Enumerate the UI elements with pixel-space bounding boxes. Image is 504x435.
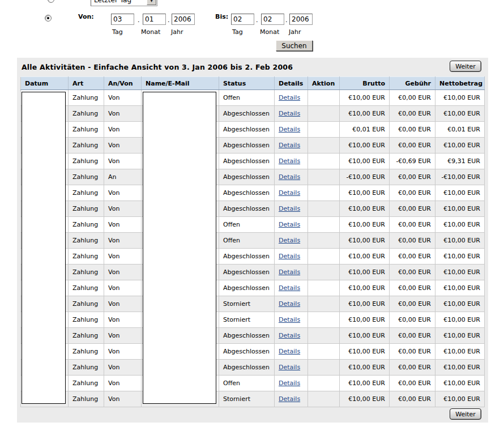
gebuehr-cell: €0,00 EUR xyxy=(390,217,435,233)
details-link[interactable]: Details xyxy=(279,253,300,260)
brutto-cell: €0,01 EUR xyxy=(340,122,390,138)
aktion-cell xyxy=(308,138,340,153)
art-cell: Zahlung xyxy=(69,265,104,280)
gebuehr-cell: €0,00 EUR xyxy=(390,391,435,407)
details-link[interactable]: Details xyxy=(279,300,300,308)
period-radio[interactable] xyxy=(48,0,54,3)
details-cell: Details xyxy=(275,391,308,407)
aktion-cell xyxy=(308,391,340,407)
details-cell: Details xyxy=(275,122,308,138)
aktion-cell xyxy=(308,360,340,376)
details-link[interactable]: Details xyxy=(279,395,300,403)
period-dropdown[interactable]: Letzter Tag ▼ xyxy=(91,0,157,6)
gebuehr-cell: €0,00 EUR xyxy=(390,280,435,296)
details-cell: Details xyxy=(275,185,308,201)
aktion-cell xyxy=(308,185,340,201)
an-von-cell: Von xyxy=(104,328,142,344)
details-link[interactable]: Details xyxy=(279,126,300,133)
art-cell: Zahlung xyxy=(69,376,104,391)
col-header-nettobetrag: Nettobetrag xyxy=(435,77,485,90)
details-cell: Details xyxy=(275,296,308,312)
gebuehr-cell: €0,00 EUR xyxy=(390,201,435,217)
brutto-cell: €10,00 EUR xyxy=(340,360,390,376)
details-link[interactable]: Details xyxy=(279,189,300,197)
von-jahr-input[interactable] xyxy=(172,14,195,25)
date-range-radio[interactable] xyxy=(45,15,52,22)
nettobetrag-cell: -€10,00 EUR xyxy=(435,169,485,185)
an-von-cell: Von xyxy=(104,344,142,360)
nettobetrag-cell: €10,00 EUR xyxy=(435,201,485,217)
details-link[interactable]: Details xyxy=(279,205,300,212)
details-link[interactable]: Details xyxy=(279,173,300,181)
details-link[interactable]: Details xyxy=(279,348,300,355)
table-header-row: Datum Art An/Von Name/E-Mail Status Deta… xyxy=(21,77,485,90)
datum-redaction-overlay xyxy=(22,92,66,404)
chevron-down-icon[interactable]: ▼ xyxy=(147,0,156,5)
nettobetrag-cell: €10,00 EUR xyxy=(435,265,485,280)
art-cell: Zahlung xyxy=(69,90,104,106)
an-von-cell: Von xyxy=(104,296,142,312)
details-link[interactable]: Details xyxy=(279,142,300,149)
suchen-button[interactable]: Suchen xyxy=(276,40,313,51)
col-header-status: Status xyxy=(219,77,275,90)
col-header-name-email: Name/E-Mail xyxy=(142,77,219,90)
weiter-button-top[interactable]: Weiter xyxy=(450,61,481,72)
an-von-cell: Von xyxy=(104,391,142,407)
details-cell: Details xyxy=(275,344,308,360)
brutto-cell: €10,00 EUR xyxy=(340,376,390,391)
details-link[interactable]: Details xyxy=(279,110,300,117)
aktion-cell xyxy=(308,217,340,233)
table-row: Zahlung Von Abgeschlossen Details €10,00… xyxy=(21,185,485,201)
details-link[interactable]: Details xyxy=(279,332,300,339)
von-label: Von: xyxy=(78,13,94,20)
col-header-an-von: An/Von xyxy=(104,77,142,90)
aktion-cell xyxy=(308,344,340,360)
date-separator: . xyxy=(285,16,288,24)
table-row: Zahlung Von Offen Details €10,00 EUR €0,… xyxy=(21,90,485,106)
table-row: Zahlung Von Abgeschlossen Details €10,00… xyxy=(21,265,485,280)
details-link[interactable]: Details xyxy=(279,284,300,292)
aktion-cell xyxy=(308,90,340,106)
an-von-cell: Von xyxy=(104,90,142,106)
nettobetrag-cell: €10,00 EUR xyxy=(435,328,485,344)
bis-monat-input[interactable] xyxy=(261,14,284,25)
bis-label: Bis: xyxy=(215,13,228,20)
details-link[interactable]: Details xyxy=(279,94,300,101)
details-link[interactable]: Details xyxy=(279,364,300,371)
details-link[interactable]: Details xyxy=(279,316,300,323)
gebuehr-cell: -€0,69 EUR xyxy=(390,153,435,169)
art-cell: Zahlung xyxy=(69,249,104,265)
details-link[interactable]: Details xyxy=(279,157,300,165)
aktion-cell xyxy=(308,169,340,185)
art-cell: Zahlung xyxy=(69,185,104,201)
art-cell: Zahlung xyxy=(69,344,104,360)
weiter-button-bottom[interactable]: Weiter xyxy=(450,408,481,420)
an-von-cell: Von xyxy=(104,185,142,201)
results-title: Alle Aktivitäten - Einfache Ansicht von … xyxy=(22,63,293,71)
von-monat-input[interactable] xyxy=(143,14,166,25)
aktion-cell xyxy=(308,312,340,328)
aktion-cell xyxy=(308,265,340,280)
status-cell: Abgeschlossen xyxy=(219,280,275,296)
details-link[interactable]: Details xyxy=(279,379,300,387)
col-header-brutto: Brutto xyxy=(340,77,390,90)
status-cell: Abgeschlossen xyxy=(219,328,275,344)
details-link[interactable]: Details xyxy=(279,221,300,228)
nettobetrag-cell: €0,01 EUR xyxy=(435,122,485,138)
von-tag-input[interactable] xyxy=(111,14,134,25)
bis-jahr-input[interactable] xyxy=(289,14,313,25)
details-link[interactable]: Details xyxy=(279,237,300,244)
nettobetrag-cell: €10,00 EUR xyxy=(435,90,485,106)
status-cell: Abgeschlossen xyxy=(219,360,275,376)
bis-tag-input[interactable] xyxy=(231,14,254,25)
details-link[interactable]: Details xyxy=(279,268,300,276)
nettobetrag-cell: €9,31 EUR xyxy=(435,153,485,169)
date-separator: . xyxy=(168,16,170,24)
an-von-cell: Von xyxy=(104,312,142,328)
details-cell: Details xyxy=(275,265,308,280)
table-row: Zahlung Von Abgeschlossen Details €10,00… xyxy=(21,106,485,122)
table-row: Zahlung Von Abgeschlossen Details €10,00… xyxy=(21,360,485,376)
brutto-cell: €10,00 EUR xyxy=(340,391,390,407)
brutto-cell: €10,00 EUR xyxy=(340,153,390,169)
table-row: Zahlung Von Abgeschlossen Details €10,00… xyxy=(21,153,485,169)
